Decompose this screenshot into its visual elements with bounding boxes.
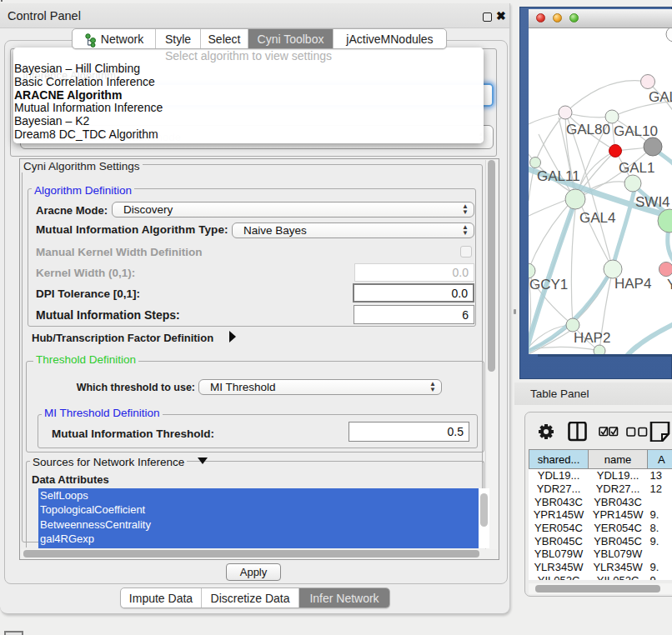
svg-text:GAL80: GAL80 (566, 122, 610, 138)
svg-text:GAL10: GAL10 (614, 123, 658, 139)
svg-text:GCY1: GCY1 (529, 277, 568, 292)
svg-text:HAP2: HAP2 (574, 330, 610, 346)
svg-text:HAP4: HAP4 (614, 276, 651, 292)
svg-text:SWI4: SWI4 (635, 194, 670, 210)
svg-text:GAL7: GAL7 (649, 89, 672, 105)
svg-text:GAL11: GAL11 (537, 168, 580, 184)
svg-text:GAL1: GAL1 (619, 160, 654, 176)
svg-text:GAL4: GAL4 (579, 210, 615, 226)
svg-text:YEL: YEL (667, 277, 672, 292)
